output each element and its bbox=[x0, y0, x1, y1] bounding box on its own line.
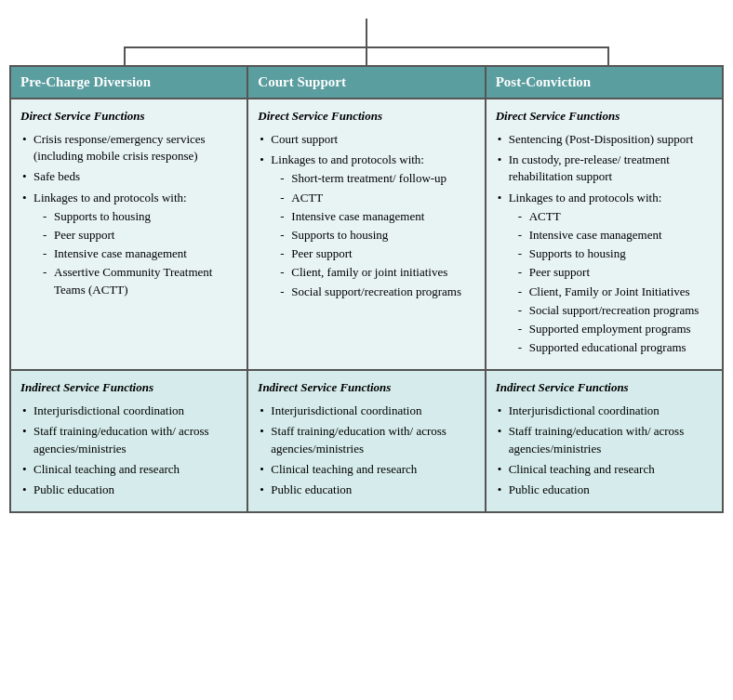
direct-col2: Direct Service Functions Court support L… bbox=[247, 99, 485, 370]
list-item: In custody, pre-release/ treatment rehab… bbox=[496, 152, 713, 185]
sub-item: Intensive case management bbox=[516, 227, 713, 244]
indirect-list-col2: Interjurisdictional coordination Staff t… bbox=[258, 403, 474, 498]
list-item: Linkages to and protocols with: ACTT Int… bbox=[496, 190, 713, 357]
list-item: Safe beds bbox=[20, 168, 237, 185]
sub-item: Social support/recreation programs bbox=[516, 302, 713, 319]
indirect-title-col2: Indirect Service Functions bbox=[258, 380, 474, 395]
list-item: Crisis response/emergency services (incl… bbox=[20, 131, 237, 165]
indirect-col2: Indirect Service Functions Interjurisdic… bbox=[247, 370, 485, 512]
tree-branch bbox=[9, 46, 724, 65]
direct-title-col3: Direct Service Functions bbox=[496, 109, 713, 124]
sub-item: ACTT bbox=[516, 208, 713, 225]
branch-left bbox=[124, 46, 126, 65]
indirect-title-col1: Indirect Service Functions bbox=[20, 380, 237, 395]
list-item: Interjurisdictional coordination bbox=[258, 403, 474, 419]
sub-list: ACTT Intensive case management Supports … bbox=[516, 208, 713, 357]
sub-item: Assertive Community Treatment Teams (ACT… bbox=[41, 264, 237, 297]
indirect-list-col1: Interjurisdictional coordination Staff t… bbox=[20, 403, 237, 498]
sub-item: Peer support bbox=[278, 245, 474, 262]
sub-list: Short-term treatment/ follow-up ACTT Int… bbox=[278, 170, 474, 299]
indirect-list-col3: Interjurisdictional coordination Staff t… bbox=[496, 403, 713, 498]
list-item: Clinical teaching and research bbox=[496, 461, 713, 478]
direct-col1: Direct Service Functions Crisis response… bbox=[10, 99, 247, 370]
direct-title-col2: Direct Service Functions bbox=[258, 109, 474, 124]
sub-item: ACTT bbox=[278, 190, 474, 206]
sub-item: Supports to housing bbox=[41, 208, 237, 225]
sub-item: Client, Family or Joint Initiatives bbox=[516, 284, 713, 300]
branch-right bbox=[607, 46, 609, 65]
indirect-title-col3: Indirect Service Functions bbox=[496, 380, 713, 395]
sub-item: Supported employment programs bbox=[516, 321, 713, 337]
header-col1: Pre-Charge Diversion bbox=[10, 66, 247, 99]
direct-list-col2: Court support Linkages to and protocols … bbox=[258, 131, 474, 300]
sub-item: Supported educational programs bbox=[516, 339, 713, 356]
sub-item: Intensive case management bbox=[41, 245, 237, 262]
direct-list-col3: Sentencing (Post-Disposition) support In… bbox=[496, 131, 713, 356]
list-item: Linkages to and protocols with: Supports… bbox=[20, 190, 237, 298]
sub-item: Supports to housing bbox=[278, 227, 474, 244]
list-item: Public education bbox=[496, 482, 713, 498]
main-table: Pre-Charge Diversion Court Support Post-… bbox=[9, 65, 724, 513]
list-item: Linkages to and protocols with: Short-te… bbox=[258, 152, 474, 300]
list-item: Sentencing (Post-Disposition) support bbox=[496, 131, 713, 148]
list-item: Staff training/education with/ across ag… bbox=[496, 423, 713, 456]
direct-col3: Direct Service Functions Sentencing (Pos… bbox=[486, 99, 723, 370]
direct-title-col1: Direct Service Functions bbox=[20, 109, 237, 124]
header-row: Pre-Charge Diversion Court Support Post-… bbox=[10, 66, 723, 99]
list-item: Interjurisdictional coordination bbox=[20, 403, 237, 419]
sub-item: Intensive case management bbox=[278, 208, 474, 225]
header-col2: Court Support bbox=[247, 66, 485, 99]
list-item: Interjurisdictional coordination bbox=[496, 403, 713, 419]
tree-top bbox=[9, 9, 724, 46]
main-container: Pre-Charge Diversion Court Support Post-… bbox=[9, 9, 724, 513]
list-item: Staff training/education with/ across ag… bbox=[258, 423, 474, 456]
sub-item: Client, family or joint initiatives bbox=[278, 264, 474, 281]
sub-item: Social support/recreation programs bbox=[278, 284, 474, 300]
indirect-col1: Indirect Service Functions Interjurisdic… bbox=[10, 370, 247, 512]
list-item: Clinical teaching and research bbox=[258, 461, 474, 478]
indirect-services-row: Indirect Service Functions Interjurisdic… bbox=[10, 370, 723, 512]
indirect-col3: Indirect Service Functions Interjurisdic… bbox=[486, 370, 723, 512]
sub-item: Peer support bbox=[516, 264, 713, 281]
list-item: Public education bbox=[258, 482, 474, 498]
list-item: Staff training/education with/ across ag… bbox=[20, 423, 237, 456]
list-item: Public education bbox=[20, 482, 237, 498]
sub-item: Short-term treatment/ follow-up bbox=[278, 170, 474, 187]
sub-item: Supports to housing bbox=[516, 245, 713, 262]
list-item: Clinical teaching and research bbox=[20, 461, 237, 478]
direct-services-row: Direct Service Functions Crisis response… bbox=[10, 99, 723, 370]
sub-item: Peer support bbox=[41, 227, 237, 244]
list-item: Court support bbox=[258, 131, 474, 148]
direct-list-col1: Crisis response/emergency services (incl… bbox=[20, 131, 237, 298]
sub-list: Supports to housing Peer support Intensi… bbox=[41, 208, 237, 298]
header-col3: Post-Conviction bbox=[486, 66, 723, 99]
